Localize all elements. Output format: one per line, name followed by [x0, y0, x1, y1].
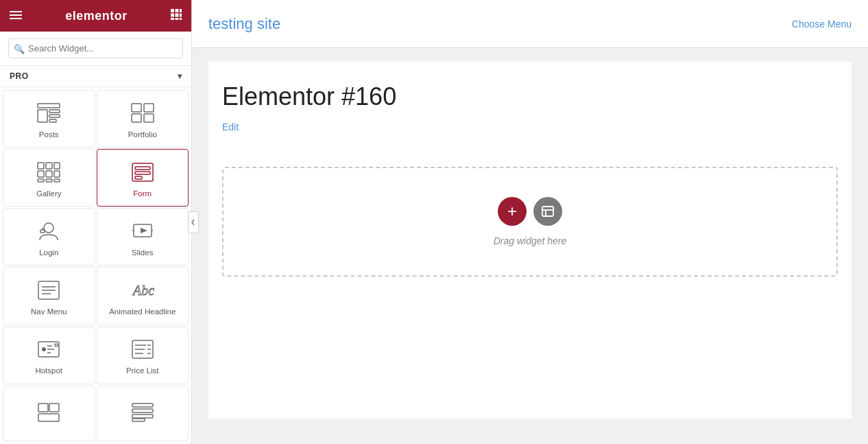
- svg-rect-60: [49, 404, 59, 412]
- svg-rect-62: [132, 404, 153, 407]
- svg-point-47: [42, 347, 46, 351]
- svg-rect-22: [46, 163, 52, 169]
- widget-item-price-list[interactable]: Price List: [97, 327, 189, 384]
- page-content: Elementor #160 Edit + Drag widget here: [208, 62, 852, 419]
- portfolio-icon: [130, 101, 155, 126]
- hamburger-icon[interactable]: [10, 9, 22, 23]
- main-header: testing site Choose Menu: [192, 0, 868, 48]
- add-template-button[interactable]: [533, 197, 562, 226]
- svg-rect-17: [132, 104, 141, 112]
- drop-zone-buttons: +: [498, 197, 562, 226]
- svg-rect-29: [54, 179, 60, 182]
- svg-rect-31: [135, 167, 150, 170]
- widget-item-slides[interactable]: Slides: [97, 208, 189, 266]
- login-label: Login: [39, 248, 58, 258]
- widget-11-icon: [36, 400, 61, 425]
- edit-button[interactable]: Edit: [222, 121, 239, 132]
- widget-item-portfolio[interactable]: Portfolio: [97, 90, 189, 148]
- svg-rect-6: [171, 14, 174, 17]
- svg-rect-21: [38, 163, 44, 169]
- widget-item-gallery[interactable]: Gallery: [3, 149, 95, 207]
- login-icon: [36, 219, 61, 244]
- add-widget-button[interactable]: +: [498, 197, 527, 226]
- svg-rect-28: [46, 179, 52, 182]
- collapse-sidebar-handle[interactable]: [188, 211, 199, 233]
- svg-rect-61: [38, 414, 59, 421]
- drop-zone[interactable]: + Drag widget here: [222, 167, 838, 277]
- widget-item-form[interactable]: Form: [97, 149, 189, 207]
- pro-filter-label: PRO: [10, 71, 29, 81]
- animated-headline-label: Animated Headline: [109, 307, 176, 317]
- widget-item-12[interactable]: [97, 386, 189, 441]
- search-bar: 🔍: [0, 32, 191, 66]
- choose-menu-button[interactable]: Choose Menu: [792, 19, 852, 30]
- svg-rect-4: [176, 9, 179, 12]
- sidebar: elementor 🔍 PRO ▾: [0, 0, 192, 444]
- svg-rect-11: [180, 18, 182, 20]
- widget-12-icon: [130, 400, 155, 425]
- svg-point-34: [44, 223, 53, 233]
- drag-widget-label: Drag widget here: [494, 235, 567, 246]
- hotspot-icon: [36, 337, 61, 362]
- site-title: testing site: [208, 15, 280, 33]
- svg-rect-59: [38, 404, 48, 412]
- form-label: Form: [133, 189, 152, 199]
- gallery-icon: [36, 160, 61, 185]
- search-input[interactable]: [8, 38, 183, 58]
- svg-rect-5: [180, 9, 182, 12]
- form-icon: [130, 160, 155, 185]
- canvas-area: Elementor #160 Edit + Drag widget here: [192, 48, 868, 444]
- gallery-label: Gallery: [36, 189, 61, 199]
- widget-item-nav-menu[interactable]: Nav Menu: [3, 267, 95, 325]
- sidebar-header: elementor: [0, 0, 191, 32]
- svg-rect-3: [171, 9, 174, 12]
- svg-rect-63: [132, 409, 153, 412]
- svg-rect-12: [38, 104, 60, 108]
- svg-rect-64: [132, 414, 153, 418]
- svg-rect-7: [176, 14, 179, 17]
- price-list-icon: [130, 337, 155, 362]
- svg-rect-33: [135, 176, 142, 179]
- animated-headline-icon: Abc: [130, 278, 155, 303]
- svg-rect-9: [171, 18, 174, 20]
- page-title: Elementor #160: [222, 82, 838, 111]
- svg-rect-26: [54, 171, 60, 177]
- svg-rect-14: [49, 110, 60, 113]
- elementor-logo: elementor: [65, 9, 128, 23]
- widget-item-11[interactable]: [3, 386, 95, 441]
- hotspot-label: Hotspot: [35, 366, 62, 376]
- svg-rect-15: [49, 115, 60, 117]
- grid-icon[interactable]: [171, 9, 182, 23]
- nav-menu-label: Nav Menu: [31, 307, 67, 317]
- svg-rect-13: [38, 110, 47, 122]
- svg-rect-32: [135, 172, 150, 174]
- svg-rect-36: [40, 230, 45, 233]
- svg-rect-23: [54, 163, 60, 169]
- chevron-down-icon: ▾: [178, 71, 182, 81]
- main-content: testing site Choose Menu Elementor #160 …: [192, 0, 868, 444]
- svg-rect-20: [144, 114, 154, 122]
- svg-point-51: [55, 344, 58, 347]
- posts-icon: [36, 101, 61, 126]
- slides-icon: [130, 219, 155, 244]
- pro-filter[interactable]: PRO ▾: [0, 66, 191, 87]
- widget-grid: Posts Portfolio: [0, 87, 191, 444]
- svg-rect-65: [132, 419, 145, 421]
- slides-label: Slides: [132, 248, 153, 258]
- widget-item-posts[interactable]: Posts: [3, 90, 95, 148]
- widget-item-login[interactable]: Login: [3, 208, 95, 266]
- search-icon: 🔍: [14, 43, 25, 54]
- svg-rect-25: [46, 171, 52, 177]
- svg-rect-24: [38, 171, 44, 177]
- svg-text:Abc: Abc: [132, 283, 154, 298]
- price-list-label: Price List: [126, 366, 158, 376]
- svg-marker-38: [141, 228, 147, 233]
- svg-rect-66: [542, 207, 553, 216]
- svg-rect-16: [49, 119, 56, 122]
- widget-item-hotspot[interactable]: Hotspot: [3, 327, 95, 384]
- widget-item-animated-headline[interactable]: Abc Animated Headline: [97, 267, 189, 325]
- nav-menu-icon: [36, 278, 61, 303]
- svg-rect-18: [144, 104, 154, 112]
- portfolio-label: Portfolio: [128, 130, 157, 140]
- svg-rect-19: [132, 114, 141, 122]
